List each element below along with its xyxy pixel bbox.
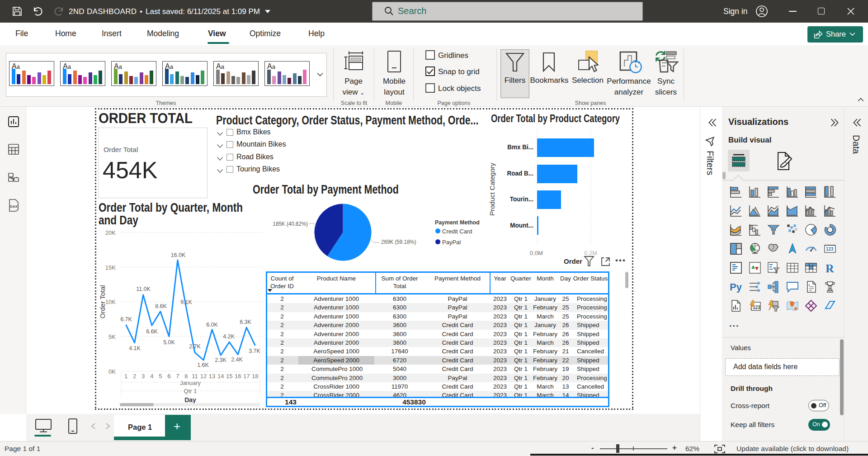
svg-text:R: R [826, 262, 834, 275]
svg-text:Py: Py [730, 281, 742, 293]
svg-text:123: 123 [753, 305, 760, 310]
svg-text:123: 123 [826, 247, 834, 252]
svg-text:DAX: DAX [10, 204, 18, 209]
